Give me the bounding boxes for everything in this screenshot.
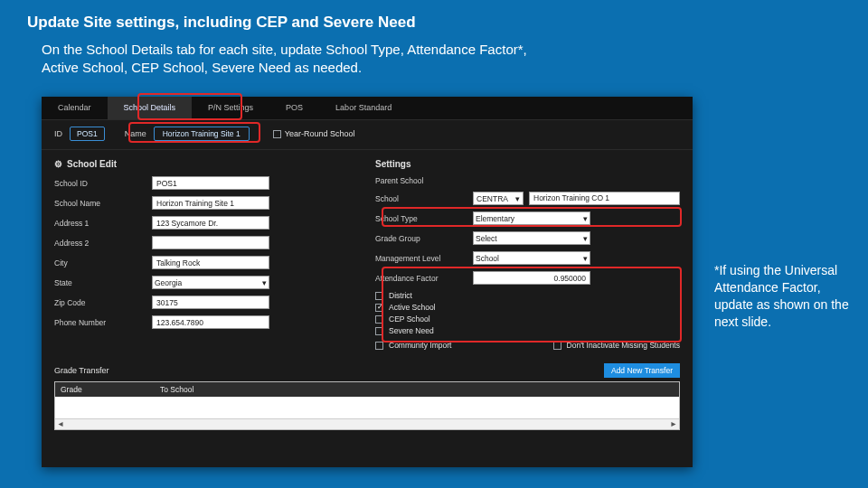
year-round-label: Year-Round School [285, 129, 355, 138]
school-name-input[interactable] [152, 196, 269, 210]
checkbox-icon [375, 304, 383, 312]
zip-label: Zip Code [54, 298, 152, 307]
chevron-down-icon: ▾ [583, 234, 588, 243]
school-id-label: School ID [54, 179, 152, 188]
mgmt-level-label: Management Level [375, 254, 473, 263]
active-school-checkbox[interactable]: Active School [375, 303, 680, 312]
school-id-input[interactable] [152, 176, 269, 190]
city-label: City [54, 258, 152, 267]
slide-title: Update Site settings, including CEP and … [0, 0, 868, 39]
phone-input[interactable] [152, 315, 269, 329]
mgmt-level-select[interactable]: School ▾ [473, 251, 590, 265]
address2-label: Address 2 [54, 239, 152, 248]
col-grade: Grade [61, 385, 160, 394]
settings-panel: Settings Parent School School CENTRA ▾ H… [375, 157, 680, 352]
year-round-checkbox[interactable]: Year-Round School [273, 129, 355, 138]
cep-school-checkbox[interactable]: CEP School [375, 314, 680, 324]
id-row: ID POS1 Name Horizon Training Site 1 Yea… [42, 120, 693, 150]
address1-input[interactable] [152, 216, 269, 230]
sidenote: *If using the Universal Attendance Facto… [714, 262, 850, 331]
checkbox-icon [375, 327, 383, 335]
tab-bar: Calendar School Details P/N Settings POS… [42, 97, 693, 120]
school-type-select[interactable]: Elementary ▾ [473, 211, 590, 225]
tab-pn-settings[interactable]: P/N Settings [192, 97, 269, 119]
add-new-transfer-button[interactable]: Add New Transfer [604, 363, 680, 378]
address2-input[interactable] [152, 236, 269, 249]
school-label: School [375, 194, 473, 203]
tab-school-details[interactable]: School Details [108, 97, 193, 119]
name-chip[interactable]: Horizon Training Site 1 [154, 127, 250, 141]
address1-label: Address 1 [54, 219, 152, 228]
tab-pos[interactable]: POS [269, 97, 319, 119]
severe-need-checkbox[interactable]: Severe Need [375, 326, 680, 335]
school-name-label: School Name [54, 199, 152, 208]
dont-inactivate-checkbox[interactable]: Don't Inactivate Missing Students [553, 341, 680, 350]
grade-transfer-panel: Grade Transfer Add New Transfer Grade To… [42, 356, 693, 437]
slide-intro: On the School Details tab for each site,… [0, 39, 597, 87]
school-type-label: School Type [375, 214, 473, 223]
id-label: ID [54, 129, 62, 138]
grade-transfer-table: Grade To School ◄ ► [54, 381, 680, 430]
checkbox-icon [273, 130, 281, 138]
school-code-select[interactable]: CENTRA ▾ [473, 192, 524, 205]
gear-icon [54, 159, 62, 169]
scroll-right-icon[interactable]: ► [668, 419, 679, 429]
district-checkbox[interactable]: District [375, 291, 680, 300]
tab-labor-standard[interactable]: Labor Standard [319, 97, 408, 119]
school-edit-title: School Edit [54, 159, 359, 169]
school-edit-panel: School Edit School ID School Name Addres… [54, 157, 359, 352]
state-label: State [54, 278, 152, 287]
grade-transfer-title: Grade Transfer [54, 366, 109, 375]
name-label: Name [125, 129, 146, 138]
checkbox-icon [375, 292, 383, 300]
community-import-checkbox[interactable]: Community Import [375, 341, 451, 350]
scroll-left-icon[interactable]: ◄ [55, 419, 66, 429]
horizontal-scrollbar[interactable]: ◄ ► [55, 418, 679, 429]
school-value[interactable]: Horizon Training CO 1 [529, 192, 680, 205]
parent-school-label: Parent School [375, 176, 473, 185]
chevron-down-icon: ▾ [262, 278, 267, 287]
state-select[interactable]: Georgia ▾ [152, 276, 269, 289]
chevron-down-icon: ▾ [515, 194, 520, 203]
phone-label: Phone Number [54, 318, 152, 327]
settings-title: Settings [375, 159, 680, 169]
tab-calendar[interactable]: Calendar [42, 97, 108, 119]
city-input[interactable] [152, 256, 269, 269]
checkbox-icon [375, 315, 383, 324]
app-window: Calendar School Details P/N Settings POS… [42, 97, 693, 467]
zip-input[interactable] [152, 296, 269, 309]
attendance-factor-label: Attendance Factor [375, 274, 473, 283]
chevron-down-icon: ▾ [583, 254, 588, 263]
col-to-school: To School [160, 385, 193, 394]
grade-group-select[interactable]: Select ▾ [473, 231, 590, 245]
checkbox-icon [375, 342, 383, 350]
chevron-down-icon: ▾ [583, 214, 588, 223]
grade-group-label: Grade Group [375, 234, 473, 243]
attendance-factor-input[interactable] [473, 271, 590, 285]
checkbox-icon [553, 342, 561, 350]
id-chip[interactable]: POS1 [70, 127, 105, 141]
